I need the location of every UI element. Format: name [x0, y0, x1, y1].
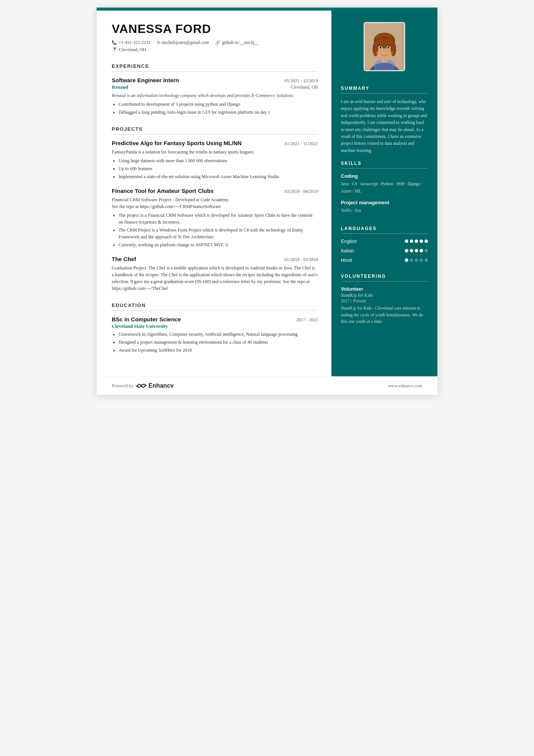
svg-point-13 — [388, 47, 389, 48]
dot-0-3 — [420, 239, 423, 243]
footer-url: www.enhancv.com — [388, 383, 422, 389]
skill-cat-1: Project management Trello · Jira — [341, 200, 428, 214]
dot-2-4 — [425, 258, 428, 262]
proj-header-0: Predictive Algo for Fantasy Sports Using… — [112, 140, 318, 147]
exp-bullet-0-0: Contributed to development of 3 projects… — [119, 101, 318, 108]
dot-2-1 — [410, 258, 413, 262]
volunteering-title: VOLUNTEERING — [341, 274, 428, 282]
dot-1-0 — [405, 249, 408, 252]
lang-item-0: English — [341, 238, 428, 244]
skill-cat-0: Coding Java · C# · Javascript · Python ·… — [341, 173, 428, 194]
exp-company-row-0: Renaud Cleveland, OH — [112, 84, 318, 90]
dot-1-1 — [410, 249, 413, 252]
proj-date-1: 03/2019 - 04/2019 — [284, 189, 318, 194]
edu-bullet-0-2: Award for Upcoming SoftHero for 2018 — [119, 347, 318, 354]
projects-title: PROJECTS — [112, 126, 318, 135]
exp-company-0: Renaud — [112, 84, 128, 90]
proj-bullet-1-1: The CRM Project is a Windows Form Projec… — [119, 227, 318, 240]
edu-degree-0: BSc in Computer Science — [112, 316, 181, 322]
dot-0-2 — [415, 239, 418, 243]
proj-desc-2: Graduation Project. The Chef is a mobile… — [112, 265, 318, 292]
location-row: 📍 Cleveland, OH — [112, 47, 318, 53]
education-title: EDUCATION — [112, 302, 318, 311]
dot-2-2 — [415, 258, 418, 262]
dot-1-4 — [425, 249, 428, 252]
location-icon: 📍 — [112, 47, 117, 53]
edu-bullet-0-0: Coursework in Algorithms, Computer secur… — [119, 331, 318, 338]
dot-0-4 — [425, 239, 428, 243]
proj-bullet-1-0: The project is a Financial CRM Software … — [119, 212, 318, 225]
photo-circle — [364, 22, 405, 71]
proj-item-2: The Chef 01/2018 - 03/2018 Graduation Pr… — [112, 256, 318, 292]
exp-location-0: Cleveland, OH — [291, 85, 318, 90]
proj-header-1: Finance Tool for Amateur Sport Clubs 03/… — [112, 188, 318, 194]
footer-left: Powered by Enhancv — [112, 382, 174, 390]
exp-title-0: Software Engineer Intern — [112, 77, 179, 83]
lang-item-2: Hindi — [341, 257, 428, 263]
volunteering-section: VOLUNTEERING Volunteer StandUp for Kids … — [331, 274, 437, 325]
powered-by-text: Powered by — [112, 383, 133, 389]
github-contact: 🔗 github.io/__michj__ — [215, 40, 259, 45]
exp-bullet-0-1: Debugged a long pending Auto-login issue… — [119, 109, 318, 116]
vol-date-0: 2017 - Present — [341, 299, 428, 303]
proj-bullet-0-2: Implemented a state-of-the-art solution … — [119, 173, 318, 180]
proj-item-0: Predictive Algo for Fantasy Sports Using… — [112, 140, 318, 180]
skill-cat-title-1: Project management — [341, 200, 428, 205]
lang-name-1: Italian — [341, 248, 354, 254]
vol-org-0: StandUp for Kids — [341, 293, 428, 298]
skill-list-0: Java · C# · Javascript · Python · PHP · … — [341, 180, 428, 194]
phone-contact: 📞 +1-431-321-2131 — [112, 40, 151, 45]
svg-point-14 — [376, 51, 381, 54]
contact-info: 📞 +1-431-321-2131 ✉ michelejones@gmail.c… — [112, 40, 318, 45]
dot-2-3 — [420, 258, 423, 262]
proj-bullet-0-1: Up to 600 features — [119, 165, 318, 172]
svg-point-12 — [380, 47, 381, 48]
exp-desc-italic-0: Renaud is an information technology comp… — [112, 92, 318, 99]
photo-area — [331, 11, 437, 79]
resume-body: VANESSA FORD 📞 +1-431-321-2131 ✉ michele… — [97, 11, 437, 376]
edu-header-0: BSc in Computer Science 2017 - 2021 — [112, 316, 318, 323]
right-column: SUMMARY I am an avid learner and user of… — [331, 11, 437, 376]
vol-role-0: Volunteer — [341, 286, 428, 292]
teal-bar — [97, 8, 437, 11]
edu-bullet-0-1: Designed a project management & learning… — [119, 339, 318, 346]
proj-bullet-0-0: Using large datasets with more than 1 00… — [119, 157, 318, 164]
exp-bullets-0: Contributed to development of 3 projects… — [119, 101, 318, 116]
resume-wrapper: VANESSA FORD 📞 +1-431-321-2131 ✉ michele… — [97, 8, 437, 395]
proj-date-2: 01/2018 - 03/2018 — [284, 257, 318, 263]
edu-institution-0: Cleveland State University — [112, 323, 318, 329]
proj-item-1: Finance Tool for Amateur Sport Clubs 03/… — [112, 188, 318, 248]
skills-section: SKILLS Coding Java · C# · Javascript · P… — [331, 161, 437, 219]
lang-dots-2 — [405, 258, 428, 262]
dot-0-0 — [405, 239, 408, 243]
email-contact: ✉ michelejones@gmail.com — [157, 40, 209, 45]
proj-header-2: The Chef 01/2018 - 03/2018 — [112, 256, 318, 263]
lang-name-0: English — [341, 238, 357, 244]
skill-list-1: Trello · Jira — [341, 207, 428, 214]
exp-header-0: Software Engineer Intern 05/2021 - 12/20… — [112, 77, 318, 84]
summary-text: I am an avid learner and user of technol… — [341, 98, 428, 154]
proj-desc-1: Financial CRM Software Project - Develop… — [112, 196, 318, 210]
svg-point-15 — [388, 51, 393, 54]
phone-icon: 📞 — [112, 40, 117, 45]
candidate-name: VANESSA FORD — [112, 22, 318, 36]
skill-cat-title-0: Coding — [341, 173, 428, 179]
lang-item-1: Italian — [341, 248, 428, 254]
lang-dots-0 — [405, 239, 428, 243]
exp-item-0: Software Engineer Intern 05/2021 - 12/20… — [112, 77, 318, 116]
experience-title: EXPERIENCE — [112, 63, 318, 72]
footer-logo: Enhancv — [136, 382, 174, 390]
lang-name-2: Hindi — [341, 257, 352, 263]
summary-title: SUMMARY — [341, 86, 428, 94]
dot-2-0 — [405, 258, 408, 262]
dot-1-3 — [420, 249, 423, 252]
edu-date-0: 2017 - 2021 — [296, 317, 318, 323]
email-icon: ✉ — [157, 40, 160, 45]
left-column: VANESSA FORD 📞 +1-431-321-2131 ✉ michele… — [97, 11, 331, 376]
proj-desc-0: FantasyPanda is a solution for forecasti… — [112, 149, 318, 155]
photo-placeholder — [365, 23, 404, 70]
projects-section: PROJECTS Predictive Algo for Fantasy Spo… — [112, 126, 318, 292]
edu-bullets-0: Coursework in Algorithms, Computer secur… — [119, 331, 318, 354]
proj-bullet-1-2: Currently, working on platform change to… — [119, 241, 318, 248]
proj-title-2: The Chef — [112, 256, 136, 262]
